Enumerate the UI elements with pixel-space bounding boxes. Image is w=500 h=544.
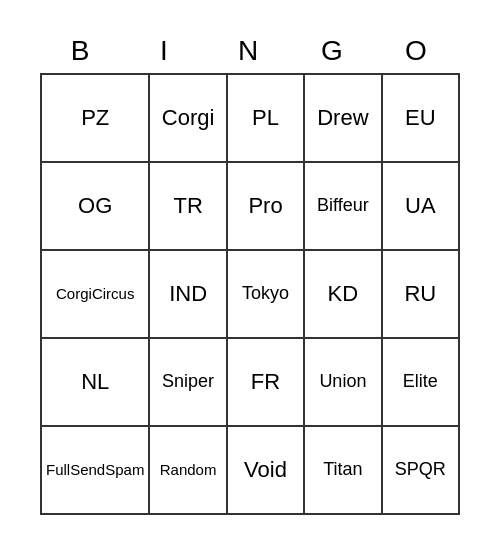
cell-r2-c3[interactable]: KD: [305, 251, 382, 339]
cell-r4-c0[interactable]: FullSendSpam: [42, 427, 150, 515]
cell-r3-c4[interactable]: Elite: [383, 339, 460, 427]
cell-r3-c2[interactable]: FR: [228, 339, 305, 427]
cell-r0-c1[interactable]: Corgi: [150, 75, 227, 163]
cell-r4-c4[interactable]: SPQR: [383, 427, 460, 515]
cell-r1-c4[interactable]: UA: [383, 163, 460, 251]
bingo-header: BINGO: [40, 29, 460, 73]
cell-r1-c2[interactable]: Pro: [228, 163, 305, 251]
cell-r2-c0[interactable]: CorgiCircus: [42, 251, 150, 339]
bingo-board: BINGO PZCorgiPLDrewEUOGTRProBiffeurUACor…: [40, 29, 460, 515]
cell-r0-c0[interactable]: PZ: [42, 75, 150, 163]
cell-r3-c0[interactable]: NL: [42, 339, 150, 427]
cell-r4-c1[interactable]: Random: [150, 427, 227, 515]
header-letter-N: N: [208, 29, 292, 73]
header-letter-I: I: [124, 29, 208, 73]
header-letter-G: G: [292, 29, 376, 73]
cell-r1-c3[interactable]: Biffeur: [305, 163, 382, 251]
cell-r2-c4[interactable]: RU: [383, 251, 460, 339]
bingo-grid: PZCorgiPLDrewEUOGTRProBiffeurUACorgiCirc…: [40, 73, 460, 515]
cell-r2-c1[interactable]: IND: [150, 251, 227, 339]
cell-r0-c4[interactable]: EU: [383, 75, 460, 163]
cell-r4-c3[interactable]: Titan: [305, 427, 382, 515]
cell-r0-c3[interactable]: Drew: [305, 75, 382, 163]
header-letter-B: B: [40, 29, 124, 73]
cell-r4-c2[interactable]: Void: [228, 427, 305, 515]
cell-r1-c1[interactable]: TR: [150, 163, 227, 251]
cell-r1-c0[interactable]: OG: [42, 163, 150, 251]
cell-r2-c2[interactable]: Tokyo: [228, 251, 305, 339]
cell-r0-c2[interactable]: PL: [228, 75, 305, 163]
cell-r3-c3[interactable]: Union: [305, 339, 382, 427]
header-letter-O: O: [376, 29, 460, 73]
cell-r3-c1[interactable]: Sniper: [150, 339, 227, 427]
